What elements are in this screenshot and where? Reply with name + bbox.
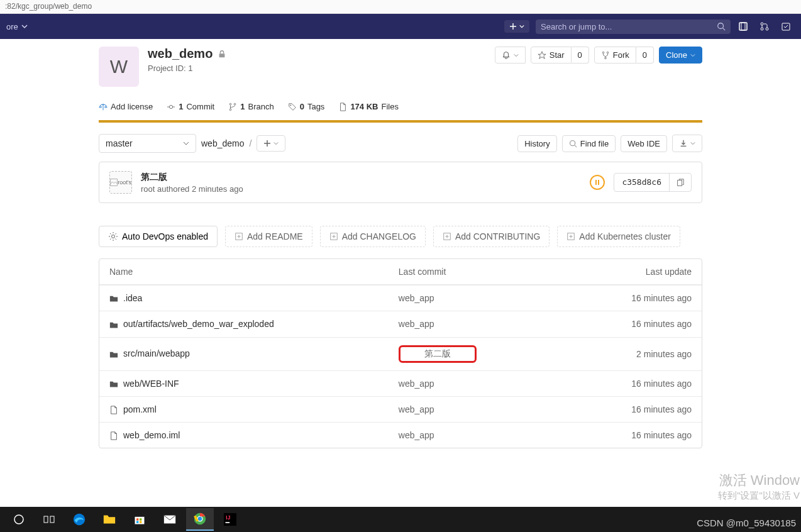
file-commit-cell[interactable]: web_app xyxy=(389,285,561,311)
table-row[interactable]: .ideaweb_app16 minutes ago xyxy=(99,285,702,311)
todos-icon-button[interactable] xyxy=(777,18,795,35)
fork-count[interactable]: 0 xyxy=(636,47,654,64)
store-taskbar[interactable] xyxy=(126,508,153,531)
svg-rect-1 xyxy=(739,23,747,30)
csdn-watermark: CSDN @m0_59430185 xyxy=(697,518,796,528)
svg-point-5 xyxy=(766,28,768,30)
star-count[interactable]: 0 xyxy=(572,47,589,64)
file-name-cell[interactable]: web/WEB-INF xyxy=(99,370,389,396)
file-update-cell: 16 minutes ago xyxy=(561,285,702,311)
svg-rect-27 xyxy=(44,516,48,523)
web-ide-button[interactable]: Web IDE xyxy=(621,135,667,152)
breadcrumb-item[interactable]: web_demo xyxy=(201,138,245,148)
table-row[interactable]: src/main/webapp第二版2 minutes ago xyxy=(99,337,702,370)
svg-rect-19 xyxy=(598,180,599,185)
last-commit-panel: root's 第二版 root authored 2 minutes ago c… xyxy=(99,162,702,203)
chrome-taskbar[interactable] xyxy=(186,508,214,531)
file-commit-cell[interactable]: web_app xyxy=(389,422,561,448)
notification-button[interactable] xyxy=(495,47,526,64)
svg-text:IJ: IJ xyxy=(226,514,230,521)
plus-icon xyxy=(263,140,271,147)
circle-icon xyxy=(13,514,25,525)
copy-icon xyxy=(676,179,685,187)
file-commit-cell[interactable]: 第二版 xyxy=(389,337,561,370)
clone-label: Clone xyxy=(666,50,687,60)
auto-devops-button[interactable]: Auto DevOps enabled xyxy=(99,226,218,247)
search-input[interactable] xyxy=(541,22,717,31)
gear-icon xyxy=(108,231,118,241)
file-commit-cell[interactable]: web_app xyxy=(389,396,561,422)
table-row[interactable]: web_demo.imlweb_app16 minutes ago xyxy=(99,422,702,448)
find-file-button[interactable]: Find file xyxy=(562,135,616,152)
size-stat[interactable]: 174 KBFiles xyxy=(338,102,399,111)
file-name-cell[interactable]: src/main/webapp xyxy=(99,337,389,370)
download-dropdown[interactable] xyxy=(672,135,702,152)
commit-sha[interactable]: c358d8c6 xyxy=(614,174,669,191)
edge-icon xyxy=(72,513,86,526)
table-row[interactable]: out/artifacts/web_demo_war_explodedweb_a… xyxy=(99,311,702,336)
address-bar: :82/kgc_group/web_demo xyxy=(0,0,801,14)
folder-icon xyxy=(109,380,118,389)
search-icon xyxy=(717,22,726,31)
add-kubernetes-button[interactable]: Add Kubernetes cluster xyxy=(557,226,680,247)
plus-icon xyxy=(509,23,517,30)
svg-rect-17 xyxy=(111,179,118,186)
project-title: web_demo xyxy=(148,47,213,61)
file-name-cell[interactable]: out/artifacts/web_demo_war_exploded xyxy=(99,311,389,336)
search-icon xyxy=(569,140,577,148)
fork-button[interactable]: Fork xyxy=(594,47,636,64)
windows-taskbar: IJ xyxy=(0,507,801,532)
file-update-cell: 16 minutes ago xyxy=(561,311,702,336)
svg-point-10 xyxy=(604,57,606,59)
history-button[interactable]: History xyxy=(517,135,556,152)
explorer-taskbar[interactable] xyxy=(96,508,123,531)
breadcrumb: web_demo / xyxy=(201,138,251,148)
intellij-taskbar[interactable]: IJ xyxy=(216,508,244,531)
new-dropdown[interactable] xyxy=(504,20,529,33)
add-readme-button[interactable]: Add README xyxy=(225,226,312,247)
file-name-cell[interactable]: .idea xyxy=(99,285,389,311)
star-button[interactable]: Star xyxy=(531,47,572,64)
branch-selector[interactable]: master xyxy=(99,134,196,153)
branches-stat[interactable]: 1Branch xyxy=(228,102,273,111)
star-icon xyxy=(538,51,546,60)
add-contributing-button[interactable]: Add CONTRIBUTING xyxy=(433,226,550,247)
add-changelog-button[interactable]: Add CHANGELOG xyxy=(320,226,426,247)
commits-stat[interactable]: 1Commit xyxy=(167,102,214,111)
chevron-down-icon xyxy=(183,140,189,147)
file-update-cell: 16 minutes ago xyxy=(561,396,702,422)
project-stats: Add license 1Commit 1Branch 0Tags 174 KB… xyxy=(99,98,702,123)
file-name-cell[interactable]: pom.xml xyxy=(99,396,389,422)
fork-label: Fork xyxy=(613,50,629,60)
search-box[interactable] xyxy=(536,19,731,34)
merge-requests-icon-button[interactable] xyxy=(756,18,773,35)
svg-rect-7 xyxy=(219,53,225,57)
add-file-dropdown[interactable] xyxy=(257,135,285,152)
table-row[interactable]: web/WEB-INFweb_app16 minutes ago xyxy=(99,370,702,396)
todo-icon xyxy=(781,21,791,31)
folder-icon xyxy=(109,350,118,359)
tags-stat[interactable]: 0Tags xyxy=(288,102,325,111)
nav-more[interactable]: ore xyxy=(6,22,28,31)
commit-message[interactable]: 第二版 xyxy=(141,172,581,183)
chevron-down-icon xyxy=(514,53,519,58)
task-view-button[interactable] xyxy=(35,508,63,531)
issues-icon-button[interactable] xyxy=(734,18,752,35)
copy-sha-button[interactable] xyxy=(669,174,691,191)
pipeline-status-pending[interactable] xyxy=(590,175,605,190)
clone-button[interactable]: Clone xyxy=(659,47,702,64)
table-row[interactable]: pom.xmlweb_app16 minutes ago xyxy=(99,396,702,422)
plus-square-icon xyxy=(329,232,338,241)
svg-rect-32 xyxy=(140,518,141,520)
chevron-down-icon xyxy=(690,53,695,58)
start-button[interactable] xyxy=(5,508,33,531)
mail-taskbar[interactable] xyxy=(156,508,184,531)
edge-taskbar[interactable] xyxy=(65,508,93,531)
file-commit-cell[interactable]: web_app xyxy=(389,311,561,336)
star-label: Star xyxy=(550,50,565,60)
file-name-cell[interactable]: web_demo.iml xyxy=(99,422,389,448)
file-commit-cell[interactable]: web_app xyxy=(389,370,561,396)
svg-rect-28 xyxy=(50,516,54,523)
add-license-link[interactable]: Add license xyxy=(99,102,153,111)
svg-point-38 xyxy=(198,517,202,521)
